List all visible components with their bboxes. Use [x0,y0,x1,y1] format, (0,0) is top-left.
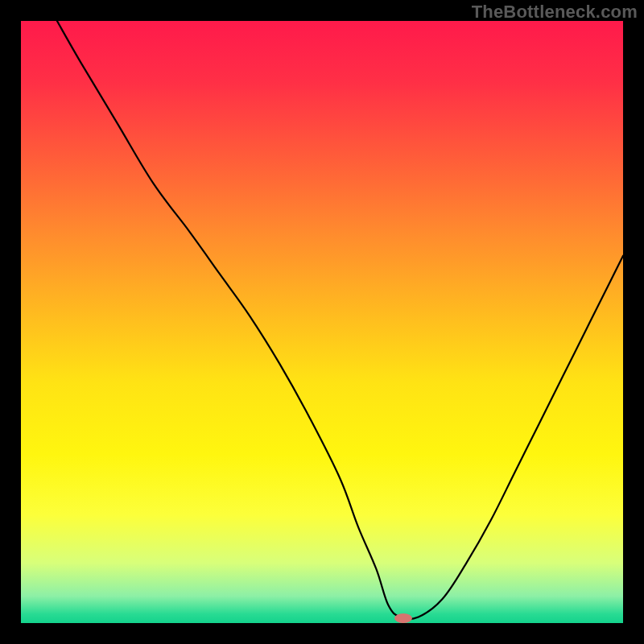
chart-frame: TheBottleneck.com [0,0,644,644]
bottleneck-chart [21,21,623,623]
optimal-marker [394,613,412,623]
plot-area [21,21,623,623]
gradient-background [21,21,623,623]
attribution-label: TheBottleneck.com [472,2,638,23]
